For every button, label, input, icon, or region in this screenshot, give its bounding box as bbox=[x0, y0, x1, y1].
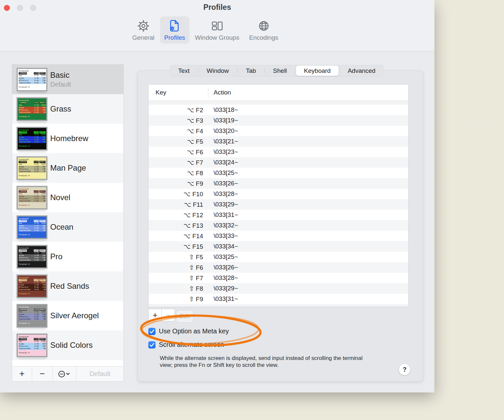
add-profile-button[interactable]: + bbox=[12, 367, 32, 381]
profile-item[interactable]: Terminal# COMMAND %CPU RPRVT top4.1%231K… bbox=[12, 242, 123, 271]
profile-item[interactable]: Terminal# COMMAND %CPU RPRVT top4.1%231K… bbox=[12, 124, 123, 153]
profile-name: Pro bbox=[50, 252, 62, 261]
tab[interactable]: Tab bbox=[237, 66, 264, 76]
key-cell: ⌥ F7 bbox=[149, 159, 208, 166]
checkbox-row[interactable]: Scroll alternate screen bbox=[148, 341, 229, 348]
key-mapping-row[interactable]: ⌥ F5 \033[21~ bbox=[149, 136, 408, 147]
action-cell: \033[19~ bbox=[208, 117, 408, 124]
profile-name: Novel bbox=[50, 193, 70, 202]
checkbox-label: Scroll alternate screen bbox=[159, 341, 224, 348]
key-mapping-row[interactable]: ⌥ F4 \033[20~ bbox=[149, 126, 408, 136]
key-mapping-row[interactable]: ⇧ F6 \033[26~ bbox=[149, 262, 408, 273]
profile-item[interactable]: Terminal# COMMAND %CPU RPRVT top4.1%231K… bbox=[12, 153, 123, 183]
checkbox-row[interactable]: Use Option as Meta key bbox=[148, 327, 229, 335]
key-mapping-row[interactable]: ⇧ F9 \033[31~ bbox=[149, 294, 408, 304]
key-mapping-row[interactable]: ⌥ F7 \033[24~ bbox=[149, 157, 408, 168]
scroll-alternate-help-text: While the alternate screen is displayed,… bbox=[160, 355, 376, 368]
set-default-button[interactable]: Default bbox=[76, 367, 123, 381]
remove-mapping-button[interactable]: − bbox=[161, 309, 175, 321]
key-cell: ⌥ F14 bbox=[149, 232, 208, 240]
add-mapping-button[interactable]: + bbox=[148, 309, 162, 321]
keyboard-options: Use Option as Meta key Scroll alternate … bbox=[148, 327, 229, 354]
thumb-command-chip: COMMAND bbox=[19, 220, 27, 222]
action-cell: \033[31~ bbox=[208, 295, 408, 303]
preferences-toolbar: General bbox=[128, 16, 283, 44]
key-mapping-row[interactable]: ⌥ F12 \033[31~ bbox=[149, 210, 408, 220]
profile-item[interactable]: Terminal# COMMAND %CPU RPRVT top4.1%231K… bbox=[12, 301, 123, 330]
toolbar-item-label: General bbox=[132, 34, 155, 41]
action-cell: \033[20~ bbox=[208, 127, 408, 135]
checkmark-icon bbox=[148, 341, 156, 348]
profile-item[interactable]: Terminal# COMMAND %CPU RPRVT top4.1%231K… bbox=[12, 271, 123, 301]
key-mapping-row[interactable]: ⌥ F8 \033[25~ bbox=[149, 168, 408, 178]
window-groups-icon bbox=[210, 19, 224, 32]
key-mapping-row[interactable]: ⌥ F10 \033[28~ bbox=[149, 189, 408, 199]
tab[interactable]: Text bbox=[170, 66, 198, 76]
action-cell: \033[29~ bbox=[208, 201, 408, 208]
action-cell: \033[25~ bbox=[208, 253, 408, 261]
profile-item[interactable]: Terminal# COMMAND %CPU RPRVT top4.1%231K… bbox=[12, 183, 123, 212]
checkbox-checked[interactable] bbox=[148, 328, 156, 335]
key-cell: ⌥ F9 bbox=[149, 180, 208, 187]
checkbox-checked[interactable] bbox=[148, 341, 156, 348]
window-title: Profiles bbox=[0, 3, 434, 12]
profile-tabs: Text Window Tab Shell Keyboard Advanced bbox=[170, 65, 384, 76]
thumb-command-chip: COMMAND bbox=[19, 161, 27, 163]
sidebar-footer: + − Default bbox=[12, 366, 123, 381]
key-mapping-row[interactable]: ⌥ F13 \033[32~ bbox=[149, 220, 408, 231]
key-mapping-row[interactable]: ⌥ F15 \033[34~ bbox=[149, 241, 408, 252]
toolbar-item-encodings[interactable]: Encodings bbox=[245, 16, 283, 44]
profile-item[interactable]: Terminal# COMMAND %CPU RPRVT top4.1%231K… bbox=[12, 65, 123, 94]
key-mapping-row[interactable]: ⇧ F5 \033[25~ bbox=[149, 252, 408, 262]
clipped-row-top bbox=[149, 101, 408, 105]
tab[interactable]: Window bbox=[198, 66, 238, 76]
profile-thumbnail: Terminal# COMMAND %CPU RPRVT top4.1%231K… bbox=[17, 216, 47, 239]
action-cell: \033[18~ bbox=[208, 106, 408, 114]
profile-thumbnail: Terminal# COMMAND %CPU RPRVT top4.1%231K… bbox=[17, 334, 47, 357]
key-cell: ⌥ F3 bbox=[149, 117, 208, 124]
key-mapping-row[interactable]: ⌥ F3 \033[19~ bbox=[149, 115, 408, 126]
action-cell: \033[21~ bbox=[208, 138, 408, 145]
profile-thumbnail: Terminal# COMMAND %CPU RPRVT top4.1%231K… bbox=[17, 68, 47, 91]
action-cell: \033[26~ bbox=[208, 264, 408, 271]
toolbar-item-label: Profiles bbox=[164, 34, 185, 41]
profile-item[interactable]: Terminal# COMMAND %CPU RPRVT top4.1%231K… bbox=[12, 94, 123, 124]
key-mapping-row[interactable]: ⌥ F9 \033[26~ bbox=[149, 178, 408, 189]
profile-thumbnail: Terminal# COMMAND %CPU RPRVT top4.1%231K… bbox=[17, 245, 47, 268]
action-cell: \033[26~ bbox=[208, 180, 408, 187]
key-mapping-row[interactable]: ⌥ F11 \033[29~ bbox=[149, 199, 408, 210]
action-cell: \033[31~ bbox=[208, 211, 408, 219]
thumb-command-chip: COMMAND bbox=[19, 279, 27, 281]
profile-thumbnail: Terminal# COMMAND %CPU RPRVT top4.1%231K… bbox=[17, 186, 47, 209]
action-cell: \033[33~ bbox=[208, 232, 408, 240]
key-mapping-row[interactable]: ⇧ F7 \033[28~ bbox=[149, 273, 408, 283]
thumb-command-chip: COMMAND bbox=[19, 131, 27, 134]
help-button[interactable]: ? bbox=[399, 364, 410, 375]
tab[interactable]: Shell bbox=[264, 66, 295, 76]
tab[interactable]: Keyboard bbox=[296, 66, 338, 76]
profile-actions-menu-button[interactable] bbox=[53, 367, 76, 381]
profile-name: Grass bbox=[50, 104, 71, 114]
checkbox-label: Use Option as Meta key bbox=[159, 327, 229, 335]
profile-name: Homebrew bbox=[50, 134, 88, 143]
action-cell: \033[29~ bbox=[208, 285, 408, 292]
globe-icon bbox=[257, 19, 271, 32]
toolbar-item-profiles[interactable]: Profiles bbox=[160, 16, 189, 44]
profile-item[interactable]: Terminal# COMMAND %CPU RPRVT top4.1%231K… bbox=[12, 212, 123, 242]
profile-thumbnail: Terminal# COMMAND %CPU RPRVT top4.1%231K… bbox=[17, 127, 47, 150]
toolbar-item-window-groups[interactable]: Window Groups bbox=[191, 16, 243, 44]
terminal-preferences-window: Profiles bbox=[0, 0, 434, 392]
key-mapping-row[interactable]: ⌥ F6 \033[23~ bbox=[149, 147, 408, 157]
key-mapping-row[interactable]: ⌥ F14 \033[33~ bbox=[149, 231, 408, 241]
key-mapping-row[interactable]: ⌥ F2 \033[18~ bbox=[149, 105, 408, 115]
toolbar-item-general[interactable]: General bbox=[128, 16, 159, 44]
thumb-command-chip: COMMAND bbox=[19, 249, 27, 252]
profile-item[interactable]: Terminal# COMMAND %CPU RPRVT top4.1%231K… bbox=[12, 330, 123, 360]
tab[interactable]: Advanced bbox=[339, 66, 384, 76]
key-mapping-row[interactable]: ⇧ F8 \033[29~ bbox=[149, 283, 408, 294]
edit-mapping-button[interactable]: Edit bbox=[176, 310, 193, 323]
key-cell: ⇧ F8 bbox=[149, 285, 208, 292]
key-cell: ⌥ F8 bbox=[149, 169, 208, 177]
column-header-action: Action bbox=[208, 85, 408, 100]
remove-profile-button[interactable]: − bbox=[32, 367, 53, 381]
